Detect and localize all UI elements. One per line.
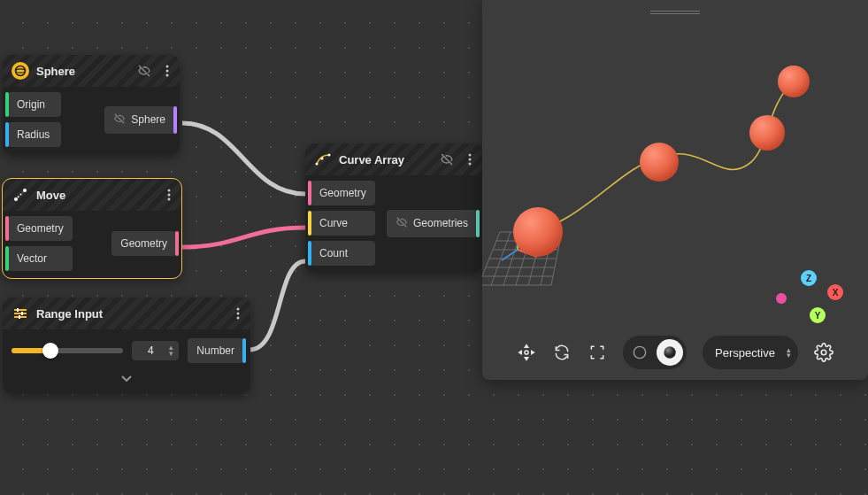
hidden-icon: [396, 216, 408, 231]
node-menu-icon[interactable]: [160, 64, 174, 78]
axis-x[interactable]: X: [827, 284, 843, 300]
sphere-instance: [513, 207, 563, 257]
node-move[interactable]: Move Geometry Vector Geometry: [3, 179, 181, 278]
svg-point-47: [634, 346, 645, 358]
axis-z[interactable]: Z: [801, 270, 817, 286]
sphere-icon: [12, 62, 29, 80]
svg-point-48: [664, 346, 675, 358]
camera-mode-dropdown[interactable]: Perspective ▴▾: [703, 336, 798, 369]
range-value-input[interactable]: [137, 344, 164, 357]
refresh-tool-icon[interactable]: [552, 343, 572, 362]
port-out-number[interactable]: Number: [188, 338, 243, 363]
shading-mode-toggle[interactable]: [623, 336, 687, 369]
node-menu-icon[interactable]: [162, 188, 176, 202]
svg-point-8: [168, 194, 171, 197]
svg-point-10: [316, 163, 319, 166]
node-header-move[interactable]: Move: [3, 179, 181, 211]
port-in-vector[interactable]: Vector: [8, 246, 73, 271]
port-out-geometries[interactable]: Geometries: [387, 210, 477, 237]
svg-point-23: [237, 313, 240, 315]
node-header-sphere[interactable]: Sphere: [3, 55, 180, 87]
node-menu-icon[interactable]: [231, 306, 245, 321]
svg-rect-21: [19, 315, 20, 319]
shading-solid-button[interactable]: [657, 339, 683, 366]
svg-point-0: [16, 66, 26, 76]
range-value-stepper[interactable]: ▴▾: [132, 341, 179, 360]
orbit-tool-icon[interactable]: [517, 343, 536, 362]
svg-rect-17: [14, 313, 27, 314]
node-curve-array[interactable]: Curve Array Geometry Curve Count Geometr…: [305, 143, 482, 273]
shading-wireframe-button[interactable]: [626, 339, 653, 366]
svg-point-3: [166, 70, 169, 73]
svg-point-13: [469, 154, 472, 157]
svg-point-46: [525, 351, 528, 354]
range-slider[interactable]: [12, 348, 123, 353]
port-in-geometry[interactable]: Geometry: [8, 216, 73, 241]
node-title: Range Input: [36, 307, 224, 321]
move-icon: [12, 186, 29, 204]
node-title: Curve Array: [339, 153, 433, 166]
stepper-arrows[interactable]: ▴▾: [169, 344, 173, 357]
sphere-instance: [749, 115, 785, 151]
port-out-geometry[interactable]: Geometry: [111, 231, 176, 256]
svg-point-14: [469, 159, 472, 161]
svg-marker-42: [525, 345, 527, 348]
visibility-toggle-icon[interactable]: [137, 64, 151, 78]
frame-tool-icon[interactable]: [588, 343, 607, 362]
sphere-instance: [640, 143, 679, 182]
port-in-count[interactable]: Count: [311, 241, 375, 266]
hidden-icon: [113, 112, 126, 128]
sphere-instance: [778, 66, 810, 97]
node-header-curve-array[interactable]: Curve Array: [305, 143, 482, 175]
svg-point-4: [166, 74, 169, 77]
svg-point-49: [821, 350, 826, 355]
node-menu-icon[interactable]: [463, 152, 477, 166]
curve-array-icon: [314, 151, 332, 168]
svg-rect-19: [17, 308, 19, 312]
range-input-icon: [12, 305, 29, 322]
node-range-input[interactable]: Range Input ▴▾ Number: [3, 298, 250, 393]
axis-y[interactable]: Y: [810, 307, 826, 323]
svg-rect-16: [14, 309, 27, 311]
svg-point-22: [237, 308, 240, 311]
visibility-toggle-icon[interactable]: [440, 152, 454, 166]
svg-point-7: [168, 189, 171, 192]
port-in-curve[interactable]: Curve: [311, 211, 375, 236]
port-out-sphere[interactable]: Sphere: [104, 106, 174, 134]
node-header-range-input[interactable]: Range Input: [3, 298, 250, 329]
slider-thumb[interactable]: [42, 343, 58, 359]
svg-point-11: [321, 158, 324, 160]
chevron-up-down-icon: ▴▾: [787, 347, 791, 358]
viewport-toolbar: Perspective ▴▾: [482, 336, 868, 369]
svg-point-24: [237, 317, 240, 320]
viewport-3d[interactable]: Z X Y Perspective ▴▾: [482, 0, 868, 380]
port-in-origin[interactable]: Origin: [8, 92, 61, 117]
expand-toggle-icon[interactable]: [3, 370, 250, 393]
svg-point-2: [166, 66, 169, 68]
port-in-geometry[interactable]: Geometry: [311, 181, 375, 205]
svg-marker-43: [525, 358, 527, 360]
node-title: Sphere: [36, 65, 130, 78]
svg-point-6: [23, 189, 27, 192]
axis-neg[interactable]: [776, 293, 787, 304]
svg-point-12: [328, 154, 331, 157]
axis-gizmo[interactable]: Z X Y: [788, 270, 850, 323]
svg-point-1: [16, 69, 26, 73]
svg-point-5: [14, 197, 18, 201]
svg-rect-20: [21, 312, 23, 315]
svg-marker-45: [532, 351, 534, 353]
svg-point-15: [469, 163, 472, 166]
svg-marker-44: [519, 351, 522, 353]
port-in-radius[interactable]: Radius: [8, 122, 61, 147]
settings-gear-icon[interactable]: [814, 343, 833, 362]
node-title: Move: [36, 189, 155, 202]
svg-point-9: [168, 198, 171, 201]
node-sphere[interactable]: Sphere Origin Radius Sphere: [3, 55, 180, 154]
